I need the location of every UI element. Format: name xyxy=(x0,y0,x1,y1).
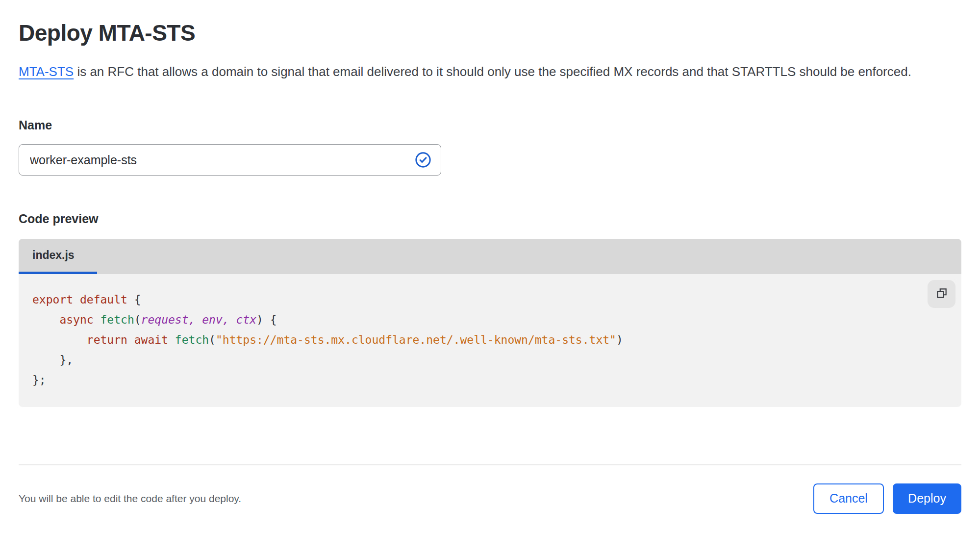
deploy-button[interactable]: Deploy xyxy=(893,483,961,514)
code-block: export default { async fetch(request, en… xyxy=(32,290,917,390)
name-input-wrapper xyxy=(19,144,441,176)
code-preview-label: Code preview xyxy=(19,212,961,226)
name-label: Name xyxy=(19,118,961,132)
description-body: is an RFC that allows a domain to signal… xyxy=(74,64,911,79)
description-text: MTA-STS is an RFC that allows a domain t… xyxy=(19,61,955,83)
copy-code-button[interactable] xyxy=(928,280,955,308)
name-input[interactable] xyxy=(19,144,441,176)
cancel-button[interactable]: Cancel xyxy=(813,483,884,514)
copy-icon xyxy=(935,287,948,301)
tab-index-js[interactable]: index.js xyxy=(19,239,97,274)
check-circle-icon xyxy=(415,152,431,168)
deploy-mta-sts-page: Deploy MTA-STS MTA-STS is an RFC that al… xyxy=(0,0,980,558)
code-area: export default { async fetch(request, en… xyxy=(19,274,961,407)
page-title: Deploy MTA-STS xyxy=(19,20,961,46)
footer-actions: Cancel Deploy xyxy=(813,483,961,514)
code-preview-card: index.js export default { async fetch(re… xyxy=(19,239,961,407)
mta-sts-link[interactable]: MTA-STS xyxy=(19,64,74,79)
footer-bar: You will be able to edit the code after … xyxy=(19,465,961,532)
code-tab-bar: index.js xyxy=(19,239,961,274)
footer-note: You will be able to edit the code after … xyxy=(19,493,241,505)
